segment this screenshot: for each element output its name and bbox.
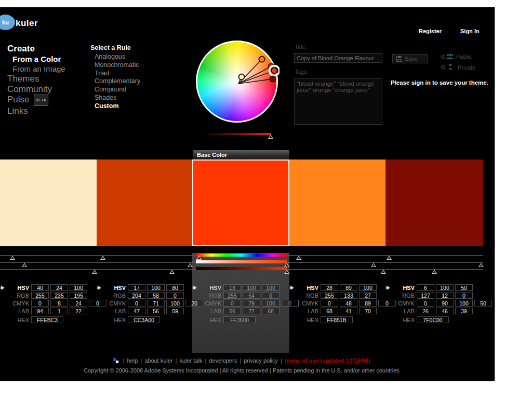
wheel-marker-FFEBC3[interactable] — [239, 74, 245, 80]
lab-l-field[interactable]: 68 — [321, 308, 338, 314]
rule-item-analogous[interactable]: Analogous — [90, 53, 158, 61]
public-radio[interactable] — [441, 55, 445, 59]
private-radio[interactable] — [441, 65, 445, 69]
footer-link-about-kuler[interactable]: about kuler — [144, 357, 172, 364]
lab-a-field[interactable]: 72 — [243, 308, 260, 314]
hsv-v-field[interactable]: 100 — [359, 284, 377, 291]
cmyk-c-field[interactable]: 0 — [417, 300, 434, 307]
footer-link-developers[interactable]: developers — [209, 357, 237, 364]
cmyk-c-field[interactable]: 0 — [31, 300, 49, 307]
rgb-r-field[interactable]: 127 — [417, 292, 434, 299]
swatch-menu-arrow-icon[interactable]: ▶ — [387, 285, 390, 290]
saturation-gradient-bar[interactable] — [196, 260, 287, 263]
swatch-FF851B[interactable] — [289, 159, 385, 246]
hsv-v-field[interactable]: 80 — [166, 284, 184, 291]
hue-handle-swatch-2[interactable] — [100, 256, 105, 260]
hex-field[interactable]: FF851B — [321, 316, 353, 323]
hex-field[interactable]: FFEBC3 — [31, 316, 63, 323]
hsv-s-field[interactable]: 100 — [243, 284, 260, 291]
hsv-h-field[interactable]: 17 — [128, 284, 145, 291]
cmyk-m-field[interactable]: 79 — [243, 300, 260, 307]
cmyk-k-field[interactable]: 50 — [474, 300, 492, 307]
save-button[interactable]: Save — [392, 54, 428, 63]
rule-item-complementary[interactable]: Complementary — [90, 77, 158, 86]
terms-of-use-link[interactable]: terms of use (updated 10/15/08) — [285, 357, 370, 364]
rgb-r-field[interactable]: 255 — [223, 292, 241, 299]
cmyk-y-field[interactable]: 100 — [166, 300, 184, 307]
hsv-s-field[interactable]: 24 — [50, 284, 68, 291]
saturation-handle-swatch-5[interactable] — [478, 263, 484, 267]
wheel-marker-7F0C00[interactable] — [270, 76, 276, 82]
hsv-v-field[interactable]: 100 — [262, 284, 280, 291]
brightness-slider[interactable] — [207, 133, 271, 135]
lab-l-field[interactable]: 56 — [223, 308, 241, 314]
footer-link-help[interactable]: help — [127, 357, 138, 364]
cmyk-m-field[interactable]: 8 — [50, 300, 68, 307]
rgb-b-field[interactable]: 27 — [359, 292, 377, 299]
swatch-menu-arrow-icon[interactable]: ▶ — [98, 285, 101, 290]
hsv-s-field[interactable]: 100 — [436, 284, 454, 291]
hsv-h-field[interactable]: 13 — [223, 284, 241, 291]
swatch-menu-arrow-icon[interactable]: ▶ — [193, 285, 196, 290]
hsv-h-field[interactable]: 40 — [31, 284, 49, 291]
hex-field[interactable]: 7F0C00 — [417, 316, 449, 323]
saturation-handle-swatch-2[interactable] — [188, 263, 193, 267]
rgb-b-field[interactable]: 0 — [262, 292, 280, 299]
swatch-7F0C00[interactable] — [385, 159, 483, 246]
wheel-marker-FF851B[interactable] — [259, 57, 265, 62]
sidebar-item-community[interactable]: Community — [7, 84, 85, 95]
hsv-h-field[interactable]: 28 — [321, 284, 338, 291]
cmyk-y-field[interactable]: 24 — [70, 300, 87, 307]
hsv-v-field[interactable]: 50 — [455, 284, 473, 291]
hsv-h-field[interactable]: 6 — [417, 284, 434, 291]
color-wheel[interactable] — [196, 41, 278, 123]
lab-b-field[interactable]: 68 — [262, 308, 280, 314]
cmyk-c-field[interactable]: 0 — [321, 300, 338, 307]
rgb-b-field[interactable]: 0 — [166, 292, 184, 299]
lab-a-field[interactable]: 56 — [147, 308, 165, 314]
rule-item-triad[interactable]: Triad — [90, 70, 158, 78]
lab-b-field[interactable]: 70 — [359, 308, 377, 314]
title-input[interactable] — [294, 53, 382, 63]
saturation-handle-swatch-4[interactable] — [371, 263, 376, 267]
value-handle-swatch-1[interactable] — [92, 270, 97, 274]
rgb-r-field[interactable]: 255 — [31, 292, 49, 299]
swatch-FFEBC3[interactable] — [0, 159, 97, 246]
rule-item-monochromatic[interactable]: Monochromatic — [90, 61, 158, 70]
rgb-r-field[interactable]: 255 — [321, 292, 338, 299]
lab-a-field[interactable]: 41 — [340, 308, 357, 314]
sidebar-item-create[interactable]: Create — [7, 44, 85, 54]
rule-item-custom[interactable]: Custom — [90, 102, 158, 111]
hsv-s-field[interactable]: 100 — [147, 284, 165, 291]
lab-b-field[interactable]: 59 — [166, 308, 184, 314]
value-gradient-bar[interactable] — [196, 267, 287, 270]
cmyk-y-field[interactable]: 89 — [359, 300, 377, 307]
hue-gradient-bar[interactable] — [196, 254, 287, 257]
rule-item-compound[interactable]: Compound — [90, 86, 158, 94]
hue-handle-swatch-4[interactable] — [296, 256, 301, 260]
hue-handle-swatch-1[interactable] — [10, 256, 15, 260]
cmyk-y-field[interactable]: 100 — [262, 300, 280, 307]
base-color-tab[interactable]: Base Color — [193, 150, 289, 159]
hsv-s-field[interactable]: 89 — [340, 284, 357, 291]
value-handle-swatch-5[interactable] — [432, 270, 437, 274]
hex-field[interactable]: CC3A00 — [128, 316, 160, 323]
register-link[interactable]: Register — [419, 28, 442, 34]
sidebar-item-from-a-color[interactable]: From a Color — [7, 54, 85, 64]
cmyk-c-field[interactable]: 0 — [128, 300, 145, 307]
footer-link-privacy-policy[interactable]: privacy policy — [244, 357, 278, 364]
saturation-handle-swatch-3[interactable] — [284, 263, 289, 267]
lab-b-field[interactable]: 39 — [455, 308, 473, 314]
hue-handle-swatch-3[interactable] — [196, 256, 202, 260]
rgb-g-field[interactable]: 235 — [50, 292, 68, 299]
value-handle-swatch-3[interactable] — [284, 270, 289, 274]
saturation-handle-swatch-1[interactable] — [22, 263, 27, 267]
cmyk-m-field[interactable]: 71 — [147, 300, 165, 307]
sidebar-item-pulse[interactable]: PulseBETA — [7, 95, 85, 106]
cmyk-c-field[interactable]: 0 — [223, 300, 241, 307]
lab-b-field[interactable]: 22 — [70, 308, 87, 314]
value-handle-swatch-2[interactable] — [169, 270, 175, 274]
sidebar-item-from-an-image[interactable]: From an Image — [7, 64, 85, 74]
sign-in-link[interactable]: Sign In — [460, 28, 480, 34]
sidebar-item-links[interactable]: Links — [7, 106, 85, 116]
